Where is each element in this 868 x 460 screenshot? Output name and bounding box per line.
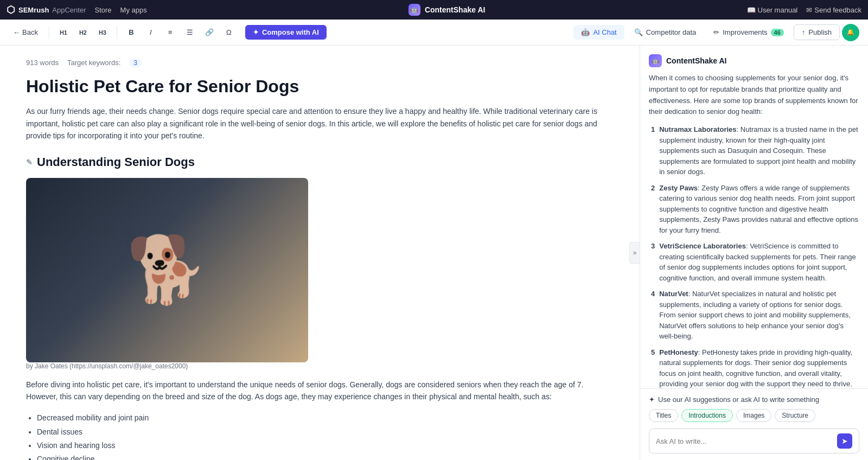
ai-recommendations-list: 1 Nutramax Laboratories: Nutramax is a t… bbox=[649, 124, 859, 388]
list-text-2: Zesty Paws: Zesty Paws offers a wide ran… bbox=[659, 183, 859, 236]
heading2-button[interactable]: H2 bbox=[75, 25, 91, 40]
image-caption: by Jake Oates (https://unsplash.com/@jak… bbox=[26, 362, 614, 370]
send-icon: ➤ bbox=[841, 437, 848, 445]
list-text-3: VetriScience Laboratories: VetriScience … bbox=[659, 241, 859, 283]
link-button[interactable]: 🔗 bbox=[202, 25, 217, 40]
my-apps-link[interactable]: My apps bbox=[120, 6, 147, 14]
suggestion-tabs: Titles Introductions Images Structure bbox=[649, 409, 859, 422]
heading1-button[interactable]: H1 bbox=[56, 25, 71, 40]
semrush-logo-text: SEMrush bbox=[18, 6, 49, 14]
publish-icon: ↑ bbox=[802, 28, 806, 36]
list-item: Cognitive decline bbox=[37, 452, 614, 460]
titles-tab[interactable]: Titles bbox=[649, 409, 678, 422]
special-chars-button[interactable]: Ω bbox=[221, 25, 237, 40]
editor-panel: 913 words Target keywords: 3 Holistic Pe… bbox=[0, 46, 640, 460]
suggestions-header: ✦ Use our AI suggestions or ask AI to wr… bbox=[649, 395, 859, 404]
introductions-tab[interactable]: Introductions bbox=[681, 409, 733, 422]
heading3-button[interactable]: H3 bbox=[95, 25, 110, 40]
center-brand: 🤖 ContentShake AI bbox=[156, 4, 738, 16]
brand-icon: 🤖 bbox=[409, 4, 420, 16]
italic-button[interactable]: I bbox=[143, 25, 158, 40]
semrush-logo-icon: ⬡ bbox=[7, 4, 15, 16]
ai-list-item-4: 4 NaturVet: NaturVet specializes in natu… bbox=[651, 289, 859, 342]
user-manual-link[interactable]: 📖 User manual bbox=[747, 6, 798, 14]
ask-ai-input-container: ➤ bbox=[649, 429, 859, 453]
target-keywords-label: Target keywords: bbox=[67, 59, 120, 67]
chat-content: 🤖 ContentShake AI When it comes to choos… bbox=[640, 46, 868, 388]
competitor-data-tab[interactable]: 🔍 Competitor data bbox=[627, 25, 704, 40]
ai-chat-icon: 🤖 bbox=[581, 28, 590, 36]
article-title[interactable]: Holistic Pet Care for Senior Dogs bbox=[26, 76, 614, 97]
send-message-button[interactable]: ➤ bbox=[837, 433, 852, 449]
back-arrow-icon: ← bbox=[13, 28, 20, 36]
improvements-icon: ✏ bbox=[713, 28, 719, 36]
ai-list-item-2: 2 Zesty Paws: Zesty Paws offers a wide r… bbox=[651, 183, 859, 236]
feedback-icon: ✉ bbox=[806, 6, 812, 14]
search-icon: 🔍 bbox=[634, 28, 643, 36]
ai-list-item-1: 1 Nutramax Laboratories: Nutramax is a t… bbox=[651, 124, 859, 177]
toolbar-divider-1 bbox=[49, 26, 49, 39]
word-count-text: 913 words bbox=[26, 59, 59, 67]
store-link[interactable]: Store bbox=[95, 6, 112, 14]
send-feedback-link[interactable]: ✉ Send feedback bbox=[806, 6, 861, 14]
list-item: Decreased mobility and joint pain bbox=[37, 411, 614, 425]
list-text-4: NaturVet: NaturVet specializes in natura… bbox=[659, 289, 859, 342]
suggestions-wand-icon: ✦ bbox=[649, 395, 655, 404]
publish-button[interactable]: ↑ Publish bbox=[794, 24, 840, 40]
brand-name: ContentShake AI bbox=[425, 5, 486, 14]
semrush-logo[interactable]: ⬡ SEMrush AppCenter bbox=[7, 4, 86, 16]
collapse-panel-button[interactable]: » bbox=[629, 242, 640, 264]
dog-emoji: 🐕 bbox=[126, 232, 208, 308]
compose-sparkle-icon: ✦ bbox=[253, 28, 259, 36]
editor-toolbar: ← Back H1 H2 H3 B I ≡ ☰ 🔗 Ω ✦ Compose wi… bbox=[0, 20, 868, 46]
ai-list-item-3: 3 VetriScience Laboratories: VetriScienc… bbox=[651, 241, 859, 283]
list-num-5: 5 bbox=[651, 347, 655, 388]
toolbar-divider-2 bbox=[117, 26, 117, 39]
top-navigation: ⬡ SEMrush AppCenter Store My apps 🤖 Cont… bbox=[0, 0, 868, 20]
list-text-1: Nutramax Laboratories: Nutramax is a tru… bbox=[659, 124, 859, 177]
main-layout: 913 words Target keywords: 3 Holistic Pe… bbox=[0, 46, 868, 460]
list-num-4: 4 bbox=[651, 289, 655, 342]
article-intro[interactable]: As our furry friends age, their needs ch… bbox=[26, 105, 614, 142]
ai-avatar-icon: 🤖 bbox=[649, 54, 662, 67]
list-item: Vision and hearing loss bbox=[37, 439, 614, 452]
section-heading: ✎ Understanding Senior Dogs bbox=[26, 155, 614, 169]
article-image: 🐕 bbox=[26, 178, 308, 362]
word-count-bar: 913 words Target keywords: 3 bbox=[26, 59, 614, 67]
structure-tab[interactable]: Structure bbox=[775, 409, 815, 422]
edit-section-icon[interactable]: ✎ bbox=[26, 158, 33, 167]
ai-message-intro: When it comes to choosing supplements fo… bbox=[649, 73, 859, 118]
book-icon: 📖 bbox=[747, 6, 756, 14]
ai-message-header: 🤖 ContentShake AI bbox=[649, 54, 859, 67]
list-num-2: 2 bbox=[651, 183, 655, 236]
bold-button[interactable]: B bbox=[124, 25, 139, 40]
ai-list-item-5: 5 PetHonesty: PetHonesty takes pride in … bbox=[651, 347, 859, 388]
article-body-text[interactable]: Before diving into holistic pet care, it… bbox=[26, 379, 614, 403]
ask-ai-input[interactable] bbox=[656, 437, 837, 445]
appcenter-label: AppCenter bbox=[52, 6, 86, 14]
unordered-list-button[interactable]: ☰ bbox=[182, 25, 197, 40]
top-nav-links: Store My apps bbox=[95, 6, 147, 14]
compose-with-ai-button[interactable]: ✦ Compose with AI bbox=[245, 25, 327, 40]
bell-icon: 🔔 bbox=[847, 29, 854, 36]
list-num-1: 1 bbox=[651, 124, 655, 177]
toolbar-right-tools: 🤖 AI Chat 🔍 Competitor data ✏ Improvemen… bbox=[573, 24, 859, 41]
list-num-3: 3 bbox=[651, 241, 655, 283]
ai-suggestions-panel: ✦ Use our AI suggestions or ask AI to wr… bbox=[640, 388, 868, 460]
ai-name-label: ContentShake AI bbox=[666, 56, 727, 65]
ordered-list-button[interactable]: ≡ bbox=[163, 25, 178, 40]
article-bullet-list: Decreased mobility and joint pain Dental… bbox=[37, 411, 614, 460]
images-tab[interactable]: Images bbox=[736, 409, 771, 422]
list-text-5: PetHonesty: PetHonesty takes pride in pr… bbox=[659, 347, 859, 388]
list-item: Dental issues bbox=[37, 425, 614, 439]
improvements-tab[interactable]: ✏ Improvements 46 bbox=[706, 25, 792, 40]
notifications-button[interactable]: 🔔 bbox=[842, 24, 859, 41]
back-button[interactable]: ← Back bbox=[9, 26, 42, 39]
right-chat-panel: 🤖 ContentShake AI When it comes to choos… bbox=[640, 46, 868, 460]
keywords-count-badge: 3 bbox=[129, 59, 142, 67]
ai-chat-tab[interactable]: 🤖 AI Chat bbox=[573, 25, 624, 40]
top-nav-right: 📖 User manual ✉ Send feedback bbox=[747, 6, 861, 14]
section-heading-text[interactable]: Understanding Senior Dogs bbox=[37, 155, 195, 169]
improvements-badge: 46 bbox=[771, 29, 784, 36]
